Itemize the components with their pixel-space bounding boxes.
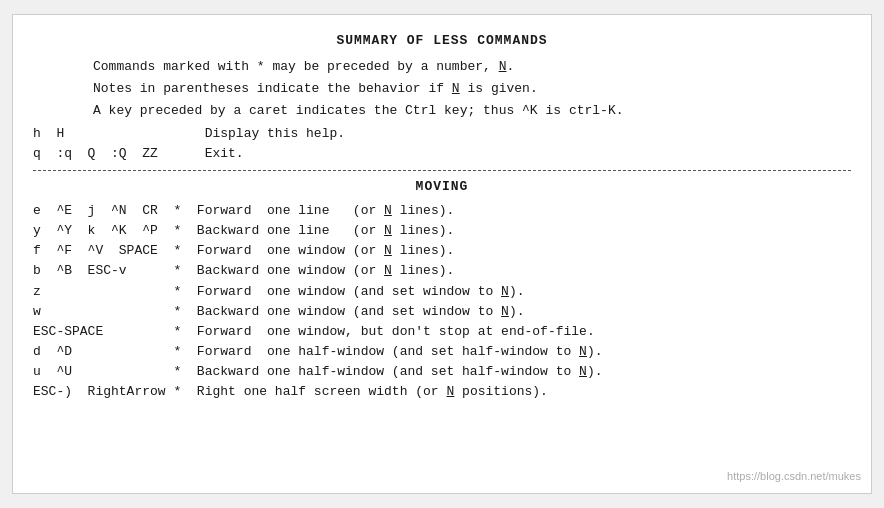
watermark: https://blog.csdn.net/mukes — [727, 468, 861, 485]
cmd-backward-line: y ^Y k ^K ^P * Backward one line (or N l… — [33, 221, 851, 241]
cmd-backward-window-w: w * Backward one window (and set window … — [33, 302, 851, 322]
cmd-esc-space: ESC-SPACE * Forward one window, but don'… — [33, 322, 851, 342]
n-ref-1: N — [499, 59, 507, 74]
cmd-half-forward: d ^D * Forward one half-window (and set … — [33, 342, 851, 362]
cmd-right-half: ESC-) RightArrow * Right one half screen… — [33, 382, 851, 402]
cmd-quit: q :q Q :Q ZZ Exit. — [33, 144, 851, 164]
intro-line-1: Commands marked with * may be preceded b… — [93, 57, 851, 77]
n-ref-2: N — [452, 81, 460, 96]
intro-line-2: Notes in parentheses indicate the behavi… — [93, 79, 851, 99]
section-moving: MOVING — [33, 177, 851, 197]
cmd-forward-window-f: f ^F ^V SPACE * Forward one window (or N… — [33, 241, 851, 261]
divider — [33, 170, 851, 171]
cmd-forward-line: e ^E j ^N CR * Forward one line (or N li… — [33, 201, 851, 221]
cmd-forward-window-z: z * Forward one window (and set window t… — [33, 282, 851, 302]
intro-line-3: A key preceded by a caret indicates the … — [93, 101, 851, 121]
cmd-half-backward: u ^U * Backward one half-window (and set… — [33, 362, 851, 382]
terminal-window: SUMMARY OF LESS COMMANDS Commands marked… — [12, 14, 872, 494]
page-title: SUMMARY OF LESS COMMANDS — [33, 31, 851, 51]
cmd-backward-window-b: b ^B ESC-v * Backward one window (or N l… — [33, 261, 851, 281]
cmd-help: h H Display this help. — [33, 124, 851, 144]
